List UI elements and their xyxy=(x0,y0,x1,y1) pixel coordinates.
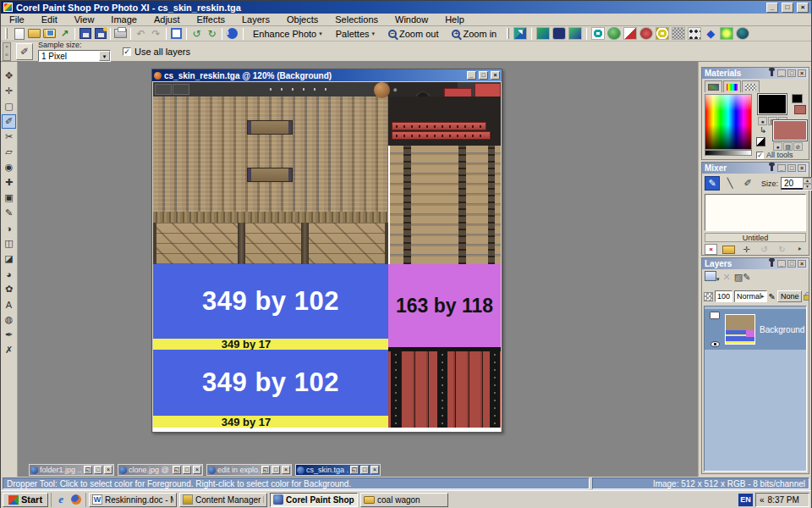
toolbar-grip[interactable] xyxy=(5,28,8,39)
menu-adjust[interactable]: Adjust xyxy=(145,14,189,25)
document-titlebar[interactable]: cs_skin_reskin.tga @ 120% (Background) _… xyxy=(152,69,502,81)
palette-maximize-button[interactable]: □ xyxy=(787,260,796,268)
selection-tool[interactable]: ▢ xyxy=(2,99,16,113)
tab-frame[interactable] xyxy=(705,80,722,92)
oil-brush-tool[interactable]: ✒ xyxy=(2,328,16,342)
enhance-photo-button[interactable]: Enhance Photo ▾ xyxy=(247,27,328,41)
minimized-window[interactable]: folder1.jpg ...◱□× xyxy=(29,464,114,476)
background-swatch[interactable] xyxy=(773,120,807,141)
sun-icon[interactable] xyxy=(720,27,733,40)
save-button[interactable] xyxy=(78,27,92,41)
target-icon[interactable] xyxy=(656,27,669,40)
mixer-knife-tool[interactable]: ╲ xyxy=(722,176,738,190)
language-indicator[interactable]: EN xyxy=(738,494,753,506)
toolbar-grip[interactable] xyxy=(507,28,509,39)
sample-size-select[interactable]: 1 Pixel ▾ xyxy=(38,50,111,62)
pin-icon[interactable] xyxy=(771,70,773,76)
palettes-button[interactable]: Palettes ▾ xyxy=(330,27,381,41)
maximize-button[interactable]: □ xyxy=(94,466,102,474)
close-button[interactable]: × xyxy=(282,466,290,474)
transfer-arrow-icon[interactable]: ↳ xyxy=(760,125,766,135)
mixer-pan-icon[interactable]: ✛ xyxy=(740,244,753,255)
background-eraser-tool[interactable]: ◪ xyxy=(2,251,16,266)
dots-icon[interactable] xyxy=(688,27,701,40)
use-all-layers-checkbox[interactable] xyxy=(123,47,131,56)
menu-file[interactable]: File xyxy=(1,14,33,25)
palette-maximize-button[interactable]: □ xyxy=(787,69,796,77)
doc-restore-button[interactable]: □ xyxy=(479,71,488,80)
pin-icon[interactable] xyxy=(771,165,773,171)
tab-swatches[interactable] xyxy=(742,80,760,92)
close-button[interactable]: × xyxy=(104,466,112,474)
noise-icon[interactable] xyxy=(672,27,685,40)
spinner-down-icon[interactable]: ▼ xyxy=(803,184,812,190)
red-eye-tool[interactable]: ◉ xyxy=(2,160,16,174)
taskbar-task[interactable]: Content Manager Plus xyxy=(179,493,267,507)
globe-icon[interactable] xyxy=(607,27,621,40)
mixer-brush-tool[interactable]: ✎ xyxy=(705,176,720,190)
visibility-eye-icon[interactable] xyxy=(710,341,720,347)
gradient-icon[interactable] xyxy=(568,27,582,40)
mixer-undo-icon[interactable]: ↺ xyxy=(758,244,771,255)
minimized-window[interactable]: clone.jpg @ ...◱□× xyxy=(118,464,203,476)
restore-button[interactable]: ◱ xyxy=(261,466,270,474)
scan-button[interactable]: ↗ xyxy=(58,27,72,41)
transparent-style-button[interactable]: ⊘ xyxy=(793,142,803,151)
shapes-icon[interactable] xyxy=(552,27,566,40)
chevron-down-icon[interactable]: ▾ xyxy=(99,51,110,61)
gem-icon[interactable]: ◆ xyxy=(704,27,717,40)
minimized-window[interactable]: edit in explo...◱□× xyxy=(206,464,292,476)
menu-view[interactable]: View xyxy=(66,14,103,25)
internet-explorer-icon[interactable]: e xyxy=(55,494,67,505)
zoom-out-button[interactable]: − Zoom out xyxy=(382,27,444,41)
blend-mode-select[interactable]: Normal ▸ xyxy=(734,290,767,302)
menu-layers[interactable]: Layers xyxy=(233,14,278,25)
delete-layer-icon[interactable]: ✕ xyxy=(723,272,731,283)
palette-minimize-button[interactable]: _ xyxy=(777,164,786,172)
art-eraser-tool[interactable]: ✗ xyxy=(2,343,16,357)
palette-maximize-button[interactable]: □ xyxy=(787,164,796,172)
restore-button[interactable]: □ xyxy=(782,3,793,13)
restore-button[interactable]: ◱ xyxy=(84,466,92,474)
foreground-mini-swatch[interactable] xyxy=(792,94,803,103)
color-style-button[interactable]: ● xyxy=(758,117,767,125)
menu-help[interactable]: Help xyxy=(436,14,473,25)
clone-brush-tool[interactable]: ▣ xyxy=(2,190,16,205)
background-mini-swatch[interactable] xyxy=(794,105,806,114)
link-set-button[interactable]: None xyxy=(777,290,803,302)
foreground-swatch[interactable] xyxy=(758,94,787,114)
layer-row-background[interactable]: Background xyxy=(705,309,806,350)
gradient-style-button[interactable]: ▨ xyxy=(783,142,793,151)
mixer-new-page-icon[interactable]: × xyxy=(705,244,717,255)
maximize-button[interactable]: □ xyxy=(183,466,191,474)
browse-button[interactable] xyxy=(42,27,57,41)
new-button[interactable] xyxy=(12,27,26,41)
app-titlebar[interactable]: Corel Paint Shop Pro Photo XI - cs_skin_… xyxy=(1,1,811,14)
swap-colors-icon[interactable] xyxy=(756,137,765,146)
options-grip[interactable]: ×o xyxy=(3,42,11,61)
tab-rainbow[interactable] xyxy=(723,80,741,92)
lock-icon[interactable] xyxy=(804,295,809,301)
dropper-tool-icon[interactable]: ✐ xyxy=(16,43,33,60)
image-green-icon[interactable] xyxy=(536,27,550,40)
smudge-tool[interactable]: ◍ xyxy=(2,312,16,327)
frame-button[interactable] xyxy=(169,27,184,41)
edit-selection-icon[interactable]: ▨✎ xyxy=(734,272,751,283)
all-tools-checkbox[interactable] xyxy=(756,152,764,159)
palette-minimize-button[interactable]: _ xyxy=(777,260,786,268)
crop-tool[interactable]: ✂ xyxy=(2,130,16,144)
paint-brush-tool[interactable]: ✎ xyxy=(2,206,16,220)
save-as-button[interactable] xyxy=(93,27,107,41)
chevron-right-icon[interactable]: ▸ xyxy=(761,293,765,300)
image-canvas[interactable]: 349 by 102 163 by 118 349 by 17 349 by 1… xyxy=(153,82,501,432)
layer-page-icon[interactable] xyxy=(710,312,720,319)
taskbar-task[interactable]: WReskinning.doc - Microso... xyxy=(89,493,177,507)
rotate-left-button[interactable]: ↺ xyxy=(189,27,204,41)
capture-icon[interactable] xyxy=(513,27,527,40)
menu-image[interactable]: Image xyxy=(102,14,145,25)
zoom-in-button[interactable]: + Zoom in xyxy=(446,27,502,41)
redo-button[interactable]: ↷ xyxy=(149,27,163,41)
tray-chevron-icon[interactable]: « xyxy=(760,495,765,505)
makeover-tool[interactable]: ✚ xyxy=(2,175,16,190)
start-button[interactable]: Start xyxy=(3,493,48,507)
